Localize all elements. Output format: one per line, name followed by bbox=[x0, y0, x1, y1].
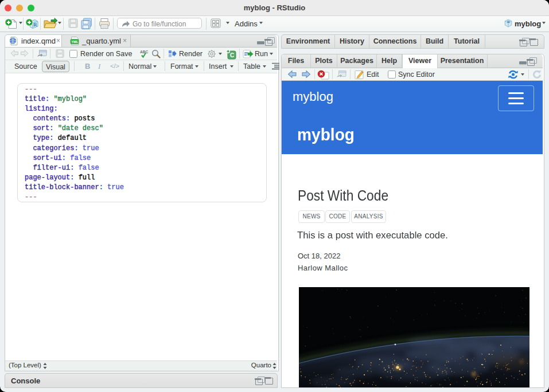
svg-text:R: R bbox=[33, 22, 37, 28]
svg-text:R: R bbox=[507, 19, 510, 23]
svg-text:C: C bbox=[230, 52, 234, 58]
svg-text:ABC: ABC bbox=[140, 50, 148, 54]
svg-text:YML: YML bbox=[72, 40, 79, 44]
